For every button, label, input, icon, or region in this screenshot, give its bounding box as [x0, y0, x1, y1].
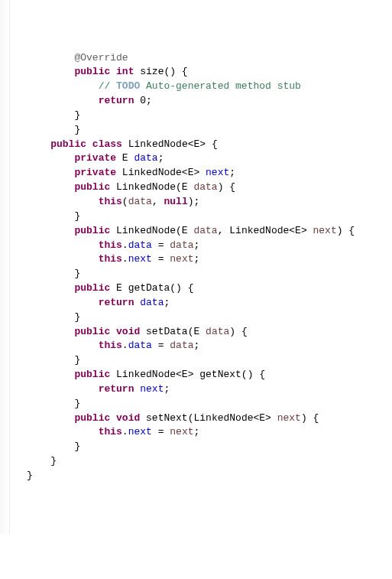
- code-line: public LinkedNode<E> getNext() {: [27, 368, 384, 382]
- code-line: public int size() {: [27, 65, 384, 80]
- code-line: public void setNext(LinkedNode<E> next) …: [27, 411, 384, 426]
- editor-gutter: [0, 0, 10, 534]
- code-line: // TODO Auto-generated method stub: [27, 80, 384, 94]
- code-line: public class LinkedNode<E> {: [27, 138, 384, 152]
- code-line: return next;: [27, 382, 384, 397]
- code-editor-content[interactable]: @Override public int size() { // TODO Au…: [27, 51, 384, 483]
- code-line: }: [27, 109, 384, 123]
- code-line: this.data = data;: [27, 239, 384, 253]
- code-line: }: [27, 469, 384, 483]
- code-line: public E getData() {: [27, 281, 384, 296]
- code-line: }: [27, 210, 384, 224]
- code-line: this(data, null);: [27, 195, 384, 210]
- code-line: }: [27, 440, 384, 454]
- code-line: return 0;: [27, 94, 384, 109]
- code-line: }: [27, 454, 384, 469]
- code-line: }: [27, 311, 384, 325]
- code-line: private LinkedNode<E> next;: [27, 166, 384, 181]
- code-line: public void setData(E data) {: [27, 325, 384, 340]
- code-line: this.next = next;: [27, 425, 384, 440]
- code-line: return data;: [27, 296, 384, 311]
- code-line: public LinkedNode(E data) {: [27, 181, 384, 195]
- code-line: @Override: [27, 51, 384, 66]
- code-line: }: [27, 267, 384, 281]
- code-line: }: [27, 397, 384, 411]
- code-line: }: [27, 353, 384, 368]
- code-line: public LinkedNode(E data, LinkedNode<E> …: [27, 224, 384, 239]
- code-line: private E data;: [27, 151, 384, 166]
- code-line: this.data = data;: [27, 339, 384, 353]
- code-line: }: [27, 123, 384, 138]
- code-line: this.next = next;: [27, 252, 384, 267]
